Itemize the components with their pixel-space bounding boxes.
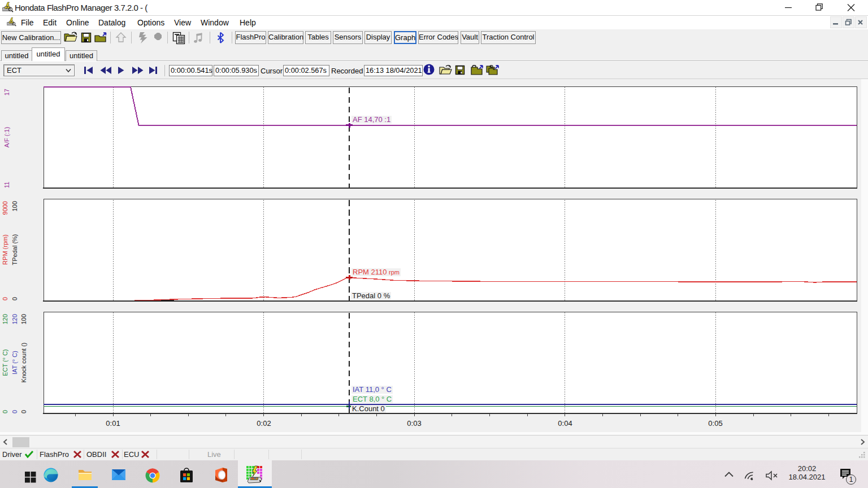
svg-text:1: 1: [849, 476, 853, 483]
